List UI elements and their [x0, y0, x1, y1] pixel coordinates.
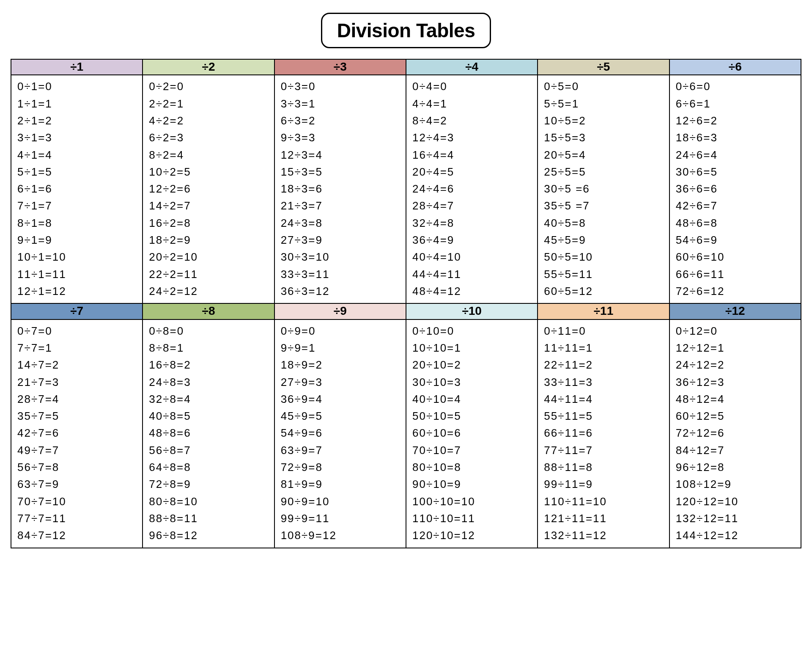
table-row: 108÷9=12	[281, 527, 401, 544]
table-row: 33÷11=3	[544, 374, 664, 391]
division-table-9: ÷90÷9=09÷9=118÷9=227÷9=336÷9=445÷9=554÷9…	[274, 303, 406, 548]
table-row: 48÷4=12	[412, 283, 533, 300]
table-row: 8÷2=4	[149, 146, 269, 163]
table-row: 14÷2=7	[149, 197, 269, 214]
table-row: 2÷2=1	[149, 95, 269, 112]
division-table-11: ÷110÷11=011÷11=122÷11=233÷11=344÷11=455÷…	[538, 303, 669, 548]
table-row: 0÷8=0	[149, 322, 269, 339]
table-row: 10÷10=1	[412, 339, 533, 356]
division-table-12: ÷120÷12=012÷12=124÷12=236÷12=348÷12=460÷…	[669, 303, 801, 548]
table-row: 16÷8=2	[149, 356, 269, 373]
table-row: 4÷2=2	[149, 112, 269, 129]
table-row: 56÷7=8	[17, 459, 138, 476]
table-row: 0÷12=0	[676, 322, 796, 339]
table-header: ÷8	[143, 304, 274, 319]
table-row: 60÷10=6	[412, 424, 533, 441]
table-rows: 0÷11=011÷11=122÷11=233÷11=344÷11=455÷11=…	[538, 320, 669, 548]
table-row: 36÷6=6	[676, 180, 796, 197]
table-row: 32÷4=8	[412, 215, 533, 231]
table-row: 6÷3=2	[281, 112, 401, 129]
table-row: 30÷10=3	[412, 374, 533, 391]
table-row: 12÷1=12	[17, 283, 138, 300]
table-row: 2÷1=2	[17, 112, 138, 129]
table-header: ÷12	[670, 304, 801, 319]
table-row: 9÷1=9	[17, 231, 138, 248]
table-row: 0÷7=0	[17, 322, 138, 339]
table-row: 50÷5=10	[544, 248, 664, 265]
table-row: 55÷11=5	[544, 407, 664, 424]
table-row: 72÷8=9	[149, 476, 269, 493]
table-row: 24÷6=4	[676, 146, 796, 163]
table-rows: 0÷2=02÷2=14÷2=26÷2=38÷2=410÷2=512÷2=614÷…	[143, 75, 274, 303]
table-row: 44÷11=4	[544, 391, 664, 407]
table-row: 0÷10=0	[412, 322, 533, 339]
table-row: 28÷7=4	[17, 391, 138, 407]
table-row: 3÷1=3	[17, 129, 138, 146]
table-rows: 0÷7=07÷7=114÷7=221÷7=328÷7=435÷7=542÷7=6…	[11, 320, 142, 548]
table-row: 9÷3=3	[281, 129, 401, 146]
table-row: 18÷2=9	[149, 231, 269, 248]
table-row: 96÷8=12	[149, 527, 269, 544]
table-row: 12÷3=4	[281, 146, 401, 163]
division-table-10: ÷100÷10=010÷10=120÷10=230÷10=340÷10=450÷…	[406, 303, 538, 548]
table-row: 7÷7=1	[17, 339, 138, 356]
table-row: 5÷5=1	[544, 95, 664, 112]
table-row: 18÷6=3	[676, 129, 796, 146]
table-row: 15÷3=5	[281, 163, 401, 180]
table-row: 36÷4=9	[412, 231, 533, 248]
table-rows: 0÷4=04÷4=18÷4=212÷4=316÷4=420÷4=524÷4=62…	[406, 75, 537, 303]
table-row: 5÷1=5	[17, 163, 138, 180]
table-header: ÷4	[406, 60, 537, 75]
division-table-5: ÷50÷5=05÷5=110÷5=215÷5=320÷5=425÷5=530÷5…	[538, 59, 669, 303]
table-row: 90÷9=10	[281, 493, 401, 510]
table-row: 22÷2=11	[149, 266, 269, 283]
table-row: 0÷9=0	[281, 322, 401, 339]
table-row: 25÷5=5	[544, 163, 664, 180]
table-row: 27÷9=3	[281, 374, 401, 391]
table-row: 9÷9=1	[281, 339, 401, 356]
table-row: 6÷1=6	[17, 180, 138, 197]
table-row: 63÷7=9	[17, 476, 138, 493]
table-row: 40÷8=5	[149, 407, 269, 424]
table-row: 144÷12=12	[676, 527, 796, 544]
table-rows: 0÷8=08÷8=116÷8=224÷8=332÷8=440÷8=548÷8=6…	[143, 320, 274, 548]
table-row: 50÷10=5	[412, 407, 533, 424]
table-row: 10÷2=5	[149, 163, 269, 180]
table-row: 44÷4=11	[412, 266, 533, 283]
table-row: 1÷1=1	[17, 95, 138, 112]
table-row: 72÷6=12	[676, 283, 796, 300]
table-row: 88÷8=11	[149, 510, 269, 527]
division-table-3: ÷30÷3=03÷3=16÷3=29÷3=312÷3=415÷3=518÷3=6…	[274, 59, 406, 303]
table-row: 66÷11=6	[544, 424, 664, 441]
table-row: 60÷12=5	[676, 407, 796, 424]
table-row: 16÷4=4	[412, 146, 533, 163]
table-header: ÷6	[670, 60, 801, 75]
table-row: 11÷11=1	[544, 339, 664, 356]
table-row: 110÷11=10	[544, 493, 664, 510]
table-row: 28÷4=7	[412, 197, 533, 214]
table-row: 64÷8=8	[149, 459, 269, 476]
table-row: 54÷9=6	[281, 424, 401, 441]
table-row: 8÷8=1	[149, 339, 269, 356]
table-row: 21÷7=3	[17, 374, 138, 391]
table-row: 7÷1=7	[17, 197, 138, 214]
table-header: ÷10	[406, 304, 537, 319]
table-row: 77÷11=7	[544, 442, 664, 459]
table-row: 18÷9=2	[281, 356, 401, 373]
table-row: 40÷10=4	[412, 391, 533, 407]
table-rows: 0÷5=05÷5=110÷5=215÷5=320÷5=425÷5=530÷5 =…	[538, 75, 669, 303]
table-header: ÷2	[143, 60, 274, 75]
page-title: Division Tables	[321, 13, 491, 48]
table-row: 20÷4=5	[412, 163, 533, 180]
table-row: 42÷7=6	[17, 424, 138, 441]
table-row: 77÷7=11	[17, 510, 138, 527]
table-row: 56÷8=7	[149, 442, 269, 459]
table-rows: 0÷3=03÷3=16÷3=29÷3=312÷3=415÷3=518÷3=621…	[275, 75, 406, 303]
table-rows: 0÷6=06÷6=112÷6=218÷6=324÷6=430÷6=536÷6=6…	[670, 75, 801, 303]
table-row: 0÷6=0	[676, 78, 796, 95]
table-row: 0÷11=0	[544, 322, 664, 339]
table-row: 12÷6=2	[676, 112, 796, 129]
table-row: 3÷3=1	[281, 95, 401, 112]
table-row: 21÷3=7	[281, 197, 401, 214]
table-rows: 0÷10=010÷10=120÷10=230÷10=340÷10=450÷10=…	[406, 320, 537, 548]
